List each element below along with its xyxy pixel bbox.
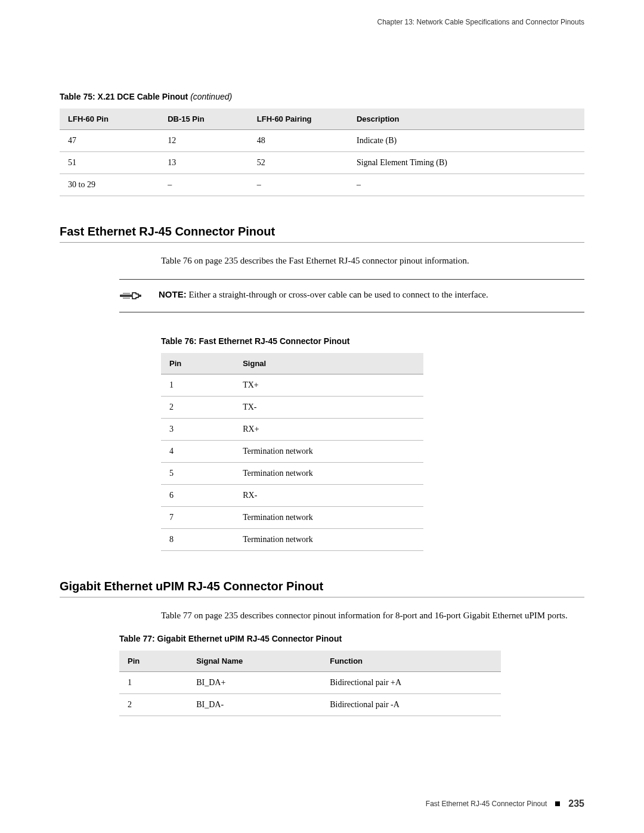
table77: Pin Signal Name Function 1 BI_DA+ Bidire… (119, 651, 501, 716)
table76: Pin Signal 1TX+ 2TX- 3RX+ 4Termination n… (161, 353, 423, 551)
cell: Signal Element Timing (B) (348, 152, 584, 174)
cell: 30 to 29 (60, 174, 159, 196)
cell: TX+ (234, 374, 423, 397)
footer-label: Fast Ethernet RJ-45 Connector Pinout (426, 800, 547, 808)
table77-h1: Signal Name (188, 651, 321, 672)
cell: Bidirectional pair +A (321, 672, 501, 694)
section-heading-gigabit: Gigabit Ethernet uPIM RJ-45 Connector Pi… (60, 580, 584, 597)
cell: 1 (119, 672, 188, 694)
cell: – (348, 174, 584, 196)
cell: 12 (159, 130, 249, 152)
cell: 5 (161, 463, 234, 485)
cell: BI_DA- (188, 694, 321, 716)
cell: 52 (249, 152, 348, 174)
cell: 2 (119, 694, 188, 716)
page-footer: Fast Ethernet RJ-45 Connector Pinout 235 (426, 798, 584, 809)
table77-h2: Function (321, 651, 501, 672)
table75-title: Table 75: X.21 DCE Cable Pinout (continu… (60, 92, 584, 101)
cell: 51 (60, 152, 159, 174)
table77-title: Table 77: Gigabit Ethernet uPIM RJ-45 Co… (119, 634, 584, 643)
cell: 4 (161, 441, 234, 463)
section1-intro: Table 76 on page 235 describes the Fast … (161, 256, 584, 266)
cell: Termination network (234, 529, 423, 551)
section2-intro: Table 77 on page 235 describes connector… (161, 611, 584, 621)
cell: – (249, 174, 348, 196)
table75: LFH-60 Pin DB-15 Pin LFH-60 Pairing Desc… (60, 109, 584, 196)
table-row: 51 13 52 Signal Element Timing (B) (60, 152, 584, 174)
table-row: 47 12 48 Indicate (B) (60, 130, 584, 152)
cell: 3 (161, 419, 234, 441)
table76-h0: Pin (161, 353, 234, 374)
table75-continued: (continued) (188, 92, 232, 101)
table-row: 5Termination network (161, 463, 423, 485)
cell: Termination network (234, 507, 423, 529)
note-label: NOTE: (159, 289, 187, 299)
table-row: 1TX+ (161, 374, 423, 397)
cell: 6 (161, 485, 234, 507)
page-number: 235 (568, 798, 584, 809)
cell: 13 (159, 152, 249, 174)
cell: – (159, 174, 249, 196)
table-row: 1 BI_DA+ Bidirectional pair +A (119, 672, 501, 694)
cell: 2 (161, 397, 234, 419)
table-row: 4Termination network (161, 441, 423, 463)
table75-h3: Description (348, 109, 584, 130)
cell: 7 (161, 507, 234, 529)
table-row: 2 BI_DA- Bidirectional pair -A (119, 694, 501, 716)
note-block: NOTE: Either a straight-through or cross… (119, 279, 584, 312)
chapter-header: Chapter 13: Network Cable Specifications… (60, 18, 584, 26)
cell: 47 (60, 130, 159, 152)
table-row: 8Termination network (161, 529, 423, 551)
cell: RX- (234, 485, 423, 507)
cell: Termination network (234, 463, 423, 485)
cell: 48 (249, 130, 348, 152)
cell: RX+ (234, 419, 423, 441)
table77-h0: Pin (119, 651, 188, 672)
footer-square-icon (555, 801, 560, 806)
table75-h1: DB-15 Pin (159, 109, 249, 130)
cell: 1 (161, 374, 234, 397)
table-row: 30 to 29 – – – (60, 174, 584, 196)
table75-h0: LFH-60 Pin (60, 109, 159, 130)
table76-h1: Signal (234, 353, 423, 374)
cell: Termination network (234, 441, 423, 463)
cell: Bidirectional pair -A (321, 694, 501, 716)
note-text: NOTE: Either a straight-through or cross… (159, 288, 488, 302)
table-row: 6RX- (161, 485, 423, 507)
cell: BI_DA+ (188, 672, 321, 694)
table76-title: Table 76: Fast Ethernet RJ-45 Connector … (161, 336, 584, 346)
table-row: 3RX+ (161, 419, 423, 441)
table75-title-text: Table 75: X.21 DCE Cable Pinout (60, 92, 188, 101)
table-row: 7Termination network (161, 507, 423, 529)
table-row: 2TX- (161, 397, 423, 419)
cell: TX- (234, 397, 423, 419)
table75-h2: LFH-60 Pairing (249, 109, 348, 130)
note-body: Either a straight-through or cross-over … (187, 290, 488, 299)
hand-point-icon (119, 288, 145, 304)
section-heading-fast-ethernet: Fast Ethernet RJ-45 Connector Pinout (60, 225, 584, 243)
cell: 8 (161, 529, 234, 551)
cell: Indicate (B) (348, 130, 584, 152)
